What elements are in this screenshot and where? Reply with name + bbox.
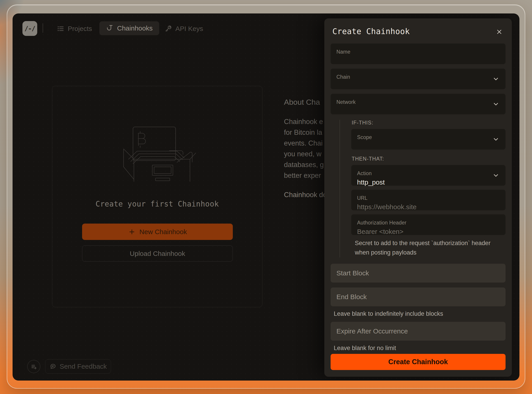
upload-chainhook-button[interactable]: Upload Chainhook <box>82 245 233 262</box>
speech-bubble-icon <box>49 363 57 370</box>
close-button[interactable] <box>494 27 504 37</box>
authorization-header-field[interactable]: Authorization Header Bearer <token> <box>351 214 506 235</box>
file-box-illustration <box>117 126 198 182</box>
url-field-placeholder: https://webhook.site <box>357 203 500 211</box>
scope-select[interactable]: Scope <box>351 129 506 150</box>
hook-icon <box>106 24 114 32</box>
expire-helper-text: Leave blank for no limit <box>334 345 506 352</box>
start-block-field[interactable]: Start Block <box>331 264 506 283</box>
about-text-line: better exper <box>284 170 326 181</box>
about-text-line: Chainhook e <box>284 116 326 127</box>
url-field[interactable]: URL https://webhook.site <box>351 190 506 210</box>
create-chainhook-submit-button[interactable]: Create Chainhook <box>331 354 506 370</box>
plus-icon <box>128 228 136 236</box>
chainhook-docs-link[interactable]: Chainhook do <box>284 191 326 199</box>
action-select[interactable]: Action http_post <box>351 165 506 186</box>
authorization-field-placeholder: Bearer <token> <box>357 228 500 235</box>
network-select[interactable]: Network <box>331 94 506 114</box>
list-icon <box>57 25 65 33</box>
chevron-down-icon <box>492 100 500 108</box>
name-field[interactable]: Name <box>331 43 506 64</box>
new-chainhook-button[interactable]: New Chainhook <box>82 223 233 240</box>
hiro-logo[interactable]: /-/ <box>22 21 37 36</box>
desktop-background: /-/ Projects Chainhooks API Keys <box>0 0 532 394</box>
nav-item-label: Projects <box>68 25 92 32</box>
close-icon <box>495 28 503 36</box>
about-heading: About Cha <box>284 98 326 107</box>
expire-after-occurrence-field[interactable]: Expire After Occurrence <box>331 322 506 341</box>
about-text-line: events. Chai <box>284 138 326 149</box>
name-field-label: Name <box>336 49 500 55</box>
predicate-section: IF-THIS: Scope THEN-THAT: Action http_po… <box>339 120 506 257</box>
chain-select-label: Chain <box>336 74 500 80</box>
nav-item-label: API Keys <box>175 25 203 32</box>
upload-chainhook-label: Upload Chainhook <box>130 250 185 257</box>
if-this-label: IF-THIS: <box>352 120 506 126</box>
url-field-label: URL <box>357 195 500 201</box>
scope-select-label: Scope <box>357 134 500 140</box>
send-feedback-button[interactable]: Send Feedback <box>45 359 111 373</box>
about-text-line: databases, g <box>284 160 326 170</box>
empty-state-title: Create your first Chainhook <box>52 200 262 208</box>
authorization-helper-text: Secret to add to the request `authorizat… <box>355 238 503 257</box>
nav-item-label: Chainhooks <box>117 24 152 32</box>
action-select-value: http_post <box>357 178 500 186</box>
expire-label: Expire After Occurrence <box>336 327 408 335</box>
chevron-down-icon <box>492 75 500 83</box>
about-section: About Cha Chainhook e for Bitcoin la eve… <box>284 98 326 199</box>
key-icon <box>164 25 172 33</box>
chevron-down-icon <box>492 171 500 179</box>
send-feedback-label: Send Feedback <box>60 363 107 370</box>
nav-item-projects[interactable]: Projects <box>57 22 92 35</box>
end-block-field[interactable]: End Block <box>331 287 506 306</box>
list-plus-icon <box>30 363 38 370</box>
end-block-label: End Block <box>336 293 367 301</box>
app-window: /-/ Projects Chainhooks API Keys <box>13 13 519 381</box>
create-chainhook-submit-label: Create Chainhook <box>388 358 448 366</box>
empty-state-card: Create your first Chainhook New Chainhoo… <box>52 86 262 307</box>
nav-divider <box>43 23 43 33</box>
about-text-line: you need, w <box>284 149 326 160</box>
chevron-down-icon <box>492 135 500 143</box>
start-block-label: Start Block <box>336 269 369 277</box>
chain-select[interactable]: Chain <box>331 69 506 89</box>
panel-title: Create Chainhook <box>332 27 410 36</box>
end-block-helper-text: Leave blank to indefinitely include bloc… <box>334 310 506 317</box>
create-chainhook-panel: Create Chainhook Name Chain Network IF-T… <box>324 18 512 377</box>
nav-item-chainhooks[interactable]: Chainhooks <box>99 21 159 35</box>
nav-item-api-keys[interactable]: API Keys <box>164 22 203 35</box>
then-that-label: THEN-THAT: <box>352 156 506 162</box>
action-select-label: Action <box>357 171 500 176</box>
changelog-button[interactable] <box>27 360 40 373</box>
authorization-field-label: Authorization Header <box>357 220 500 226</box>
network-select-label: Network <box>336 99 500 105</box>
about-text-line: for Bitcoin la <box>284 127 326 138</box>
new-chainhook-label: New Chainhook <box>140 228 187 236</box>
